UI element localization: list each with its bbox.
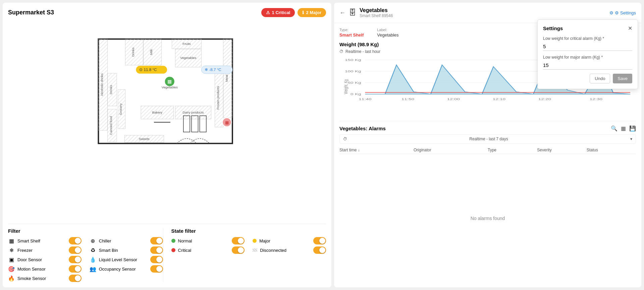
toggle-state-critical[interactable] (232, 246, 245, 254)
label-label: Label: (377, 28, 398, 32)
device-icon: 🗄 (349, 8, 356, 17)
page-title: Supermarket S3 (8, 9, 259, 16)
undo-button[interactable]: Undo (590, 74, 610, 83)
filter-item-smoke-sensor: 🔥 Smoke Sensor (8, 275, 82, 282)
state-dot-normal (171, 239, 175, 243)
settings-field-critical: Low weight for critical alarm (Kg) * (543, 36, 632, 51)
filter-item-motion-sensor: 🎯 Motion Sensor (8, 265, 82, 273)
state-dot-major (253, 239, 257, 243)
settings-close-button[interactable]: ✕ (628, 25, 632, 31)
floorplan-container: Alcoholic drinks Drinks Canned food Groc… (8, 21, 326, 220)
toggle-smart-shelf[interactable] (69, 237, 82, 244)
chiller-icon: ⊕ (90, 238, 96, 244)
toggle-chiller[interactable] (150, 237, 163, 244)
smoke-sensor-icon: 🔥 (8, 275, 15, 282)
settings-popup: Settings ✕ Low weight for critical alarm… (537, 19, 638, 89)
smart-bin-icon: ♻ (90, 247, 96, 253)
settings-field-major-label: Low weight for major alarm (Kg) * (543, 55, 632, 60)
filter-item-freezer: ❄ Freezer (8, 246, 82, 254)
toggle-state-disconnected[interactable] (313, 246, 326, 254)
filter-grid: ▦ Smart Shelf ⊕ Chiller ❄ Freezer (8, 237, 163, 282)
settings-button[interactable]: ⚙ ⚙ Settings (609, 10, 636, 15)
no-alarms-message: No alarms found (339, 154, 636, 283)
settings-popup-title: Settings (543, 25, 628, 31)
freezer-icon: ❄ (8, 247, 15, 253)
svg-text:▦: ▦ (167, 79, 172, 84)
svg-text:12:00: 12:00 (447, 97, 460, 101)
alarms-actions: 🔍 ▦ 💾 (611, 125, 636, 132)
svg-text:Drinks: Drinks (131, 48, 135, 57)
svg-text:Grocery: Grocery (119, 103, 122, 115)
state-item-normal: Normal (171, 237, 245, 244)
filter-label-liquid-level: Liquid Level Sensor (99, 257, 148, 262)
svg-text:150 Kg: 150 Kg (345, 58, 361, 62)
filter-label-freezer: Freezer (17, 248, 66, 253)
critical-badge: ⚠ 1 Critical (261, 8, 295, 17)
toggle-occupancy-sensor[interactable] (150, 265, 163, 273)
filter-label-smart-bin: Smart Bin (99, 248, 148, 253)
settings-field-major-input[interactable] (543, 61, 632, 70)
svg-text:Vegetables: Vegetables (180, 56, 196, 60)
filter-item-liquid-level: 💧 Liquid Level Sensor (90, 256, 163, 263)
search-icon[interactable]: 🔍 (611, 125, 618, 132)
state-grid: Normal Major Critical (171, 237, 326, 254)
alarms-clock-icon: ⏱ (343, 137, 347, 141)
toggle-motion-sensor[interactable] (69, 265, 82, 273)
svg-text:Dairy products: Dairy products (183, 111, 204, 114)
state-item-critical: Critical (171, 246, 245, 254)
toggle-freezer[interactable] (69, 246, 82, 254)
bottom-section: Filter ▦ Smart Shelf ⊕ Chiller (8, 224, 326, 282)
svg-text:Vegetables: Vegetables (162, 85, 178, 89)
toggle-smart-bin[interactable] (150, 246, 163, 254)
svg-text:0 Kg: 0 Kg (351, 92, 361, 96)
label-col: Label: Vegetables (377, 28, 398, 38)
settings-field-major: Low weight for major alarm (Kg) * (543, 55, 632, 70)
major-badge: ℹ 2 Major (298, 8, 326, 17)
toggle-state-major[interactable] (313, 237, 326, 244)
grid-icon[interactable]: ▦ (621, 125, 626, 132)
state-filter-title: State filter (171, 228, 326, 234)
svg-text:Canned food: Canned food (109, 116, 113, 135)
type-col: Type: Smart Shelf (339, 28, 364, 38)
type-label: Type: (339, 28, 364, 32)
settings-field-critical-label: Low weight for critical alarm (Kg) * (543, 36, 632, 41)
state-label-normal: Normal (178, 238, 192, 243)
col-start-time[interactable]: Start time ↓ (339, 148, 414, 152)
alarms-realtime-selector[interactable]: ⏱ Realtime - last 7 days ▾ (339, 134, 636, 144)
col-status[interactable]: Status (587, 148, 636, 152)
svg-text:Milk: Milk (149, 49, 153, 55)
toggle-door-sensor[interactable] (69, 256, 82, 263)
toggle-liquid-level[interactable] (150, 256, 163, 263)
svg-text:⊙ 11.8 °C: ⊙ 11.8 °C (139, 67, 157, 72)
back-button[interactable]: ← (339, 9, 345, 16)
toggle-state-normal[interactable] (232, 237, 245, 244)
filter-title: Filter (8, 228, 163, 234)
gear-icon: ⚙ (609, 10, 613, 15)
col-type[interactable]: Type (488, 148, 537, 152)
door-sensor-icon: ▣ (8, 257, 15, 263)
svg-text:Frozen products: Frozen products (216, 86, 220, 110)
svg-text:Alcoholic drinks: Alcoholic drinks (100, 73, 104, 96)
svg-text:12:20: 12:20 (538, 97, 551, 101)
svg-text:12:30: 12:30 (590, 97, 602, 101)
filter-label-occupancy-sensor: Occupancy Sensor (99, 267, 148, 272)
toggle-smoke-sensor[interactable] (69, 275, 82, 282)
filter-item-occupancy-sensor: 👥 Occupancy Sensor (90, 265, 163, 273)
svg-text:Sweets: Sweets (139, 137, 150, 141)
svg-text:12:10: 12:10 (493, 97, 505, 101)
col-originator[interactable]: Originator (414, 148, 488, 152)
liquid-level-icon: 💧 (90, 257, 96, 263)
device-sub: Smart Shelf 89546 (360, 13, 606, 18)
right-panel: ← 🗄 Vegetables Smart Shelf 89546 ⚙ ⚙ Set… (334, 3, 641, 287)
filter-item-door-sensor: ▣ Door Sensor (8, 256, 82, 263)
critical-icon: ⚠ (266, 10, 270, 15)
col-severity[interactable]: Severity (537, 148, 586, 152)
smart-shelf-icon: ▦ (8, 238, 15, 244)
floorplan-svg: Alcoholic drinks Drinks Canned food Groc… (8, 21, 326, 148)
svg-text:50 Kg: 50 Kg (348, 81, 361, 84)
settings-actions: Undo Save (543, 74, 632, 83)
download-icon[interactable]: 💾 (629, 125, 636, 132)
settings-field-critical-input[interactable] (543, 42, 632, 51)
state-label-disconnected: Disconnected (260, 248, 286, 253)
save-button[interactable]: Save (613, 74, 632, 83)
